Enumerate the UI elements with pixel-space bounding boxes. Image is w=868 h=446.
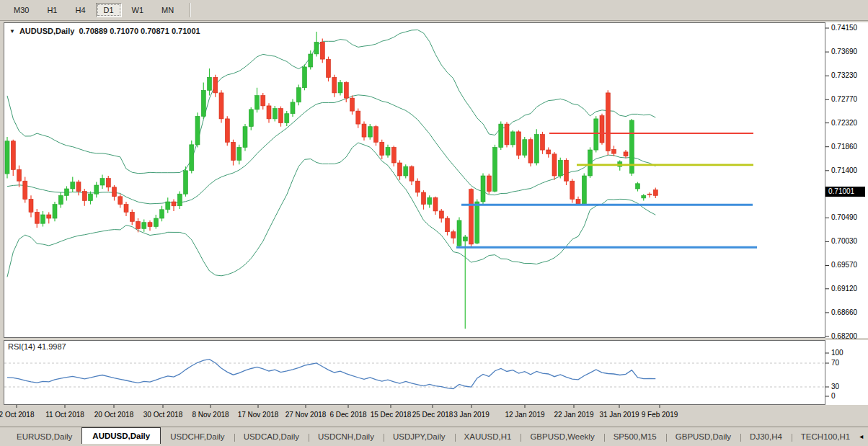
price-axis-label: 0.70490 [831, 213, 857, 221]
date-axis-label: 31 Jan 2019 [599, 411, 639, 419]
price-axis-label: 0.72320 [831, 119, 857, 127]
chart-context-arrow-icon[interactable]: ▼ [9, 28, 15, 35]
chart-title-text: AUDUSD,Daily 0.70889 0.71070 0.70871 0.7… [19, 27, 200, 35]
price-axis-label: 0.68660 [831, 308, 857, 316]
date-axis-label: 27 Nov 2018 [285, 411, 327, 419]
date-axis-label: 2 Oct 2018 [0, 411, 34, 419]
price-axis-label: 0.74150 [831, 24, 857, 32]
timeframe-button-h4[interactable]: H4 [67, 3, 93, 17]
chart-tab-audusd[interactable]: AUDUSD,Daily [81, 427, 161, 444]
price-axis-label: 0.72770 [831, 95, 857, 103]
current-price-badge: 0.71001 [825, 187, 865, 197]
chart-tab-usdcnh[interactable]: USDCNH,Daily [309, 429, 384, 444]
chart-tab-usdjpy[interactable]: USDJPY,Daily [384, 429, 455, 444]
date-axis-label: 20 Oct 2018 [94, 411, 133, 419]
chart-tab-gbpusd[interactable]: GBPUSD,Weekly [521, 429, 603, 444]
timeframe-toolbar: M30H1H4D1W1MN [0, 0, 868, 21]
price-axis-label: 0.69120 [831, 285, 857, 293]
main-chart-pane[interactable] [4, 22, 825, 338]
date-axis-label: 12 Jan 2019 [505, 411, 544, 419]
price-axis-label: 0.73690 [831, 48, 857, 55]
rsi-axis-label: 0 [831, 392, 836, 400]
timeframe-button-mn[interactable]: MN [154, 3, 182, 17]
timeframe-button-h1[interactable]: H1 [39, 3, 65, 17]
chart-title: ▼AUDUSD,Daily 0.70889 0.71070 0.70871 0.… [9, 27, 200, 35]
price-axis-label: 0.69570 [831, 261, 857, 269]
date-axis-label: 9 Feb 2019 [642, 411, 678, 419]
price-axis-label: 0.68200 [831, 332, 857, 340]
date-axis-label: 25 Dec 2018 [412, 411, 453, 419]
mt4-window: { "toolbar": {"buttons": ["M30", "H1", "… [0, 0, 868, 446]
price-axis-label: 0.73230 [831, 71, 857, 79]
date-axis-label: 22 Jan 2019 [554, 411, 593, 419]
chart-tab-usdchf[interactable]: USDCHF,Daily [161, 429, 234, 444]
rsi-axis-label: 70 [831, 359, 839, 367]
chart-tab-sp500[interactable]: SP500,M15 [604, 429, 666, 444]
chart-tabs-bar: EURUSD,DailyAUDUSD,DailyUSDCHF,DailyUSDC… [0, 427, 868, 444]
pane-splitter[interactable] [0, 338, 868, 340]
rsi-indicator-pane[interactable] [4, 340, 825, 405]
date-axis-label: 3 Jan 2019 [453, 411, 490, 419]
date-axis-label: 8 Nov 2018 [192, 411, 229, 419]
price-axis-label: 0.70030 [831, 237, 857, 245]
tab-scroll-arrows: ◂ ▸ [859, 432, 868, 444]
date-axis-label: 6 Dec 2018 [329, 411, 366, 419]
timeframe-button-w1[interactable]: W1 [124, 3, 152, 17]
rsi-axis-label: 100 [831, 349, 843, 357]
chart-tab-dj30[interactable]: DJ30,H4 [740, 429, 792, 444]
timeframe-button-d1[interactable]: D1 [96, 3, 122, 17]
date-axis-label: 15 Dec 2018 [371, 411, 412, 419]
tab-scroll-left-icon[interactable]: ◂ [859, 432, 863, 440]
date-axis-label: 11 Oct 2018 [45, 411, 84, 419]
date-axis-label: 17 Nov 2018 [238, 411, 279, 419]
rsi-axis-label: 30 [831, 383, 839, 391]
toolbar-separator [190, 3, 191, 17]
chart-tab-xauusd[interactable]: XAUUSD,H1 [455, 429, 521, 444]
chart-tab-gbpusd[interactable]: GBPUSD,Daily [666, 429, 740, 444]
price-axis-label: 0.71860 [831, 143, 857, 151]
chart-tab-tech100[interactable]: TECH100,H1 [792, 429, 859, 444]
price-axis-label: 0.71400 [831, 166, 857, 174]
date-axis-label: 30 Oct 2018 [143, 411, 182, 419]
timeframe-button-m30[interactable]: M30 [6, 3, 37, 17]
chart-tab-eurusd[interactable]: EURUSD,Daily [7, 429, 81, 444]
rsi-label: RSI(14) 41.9987 [8, 342, 66, 351]
chart-tab-usdcad[interactable]: USDCAD,Daily [234, 429, 309, 444]
